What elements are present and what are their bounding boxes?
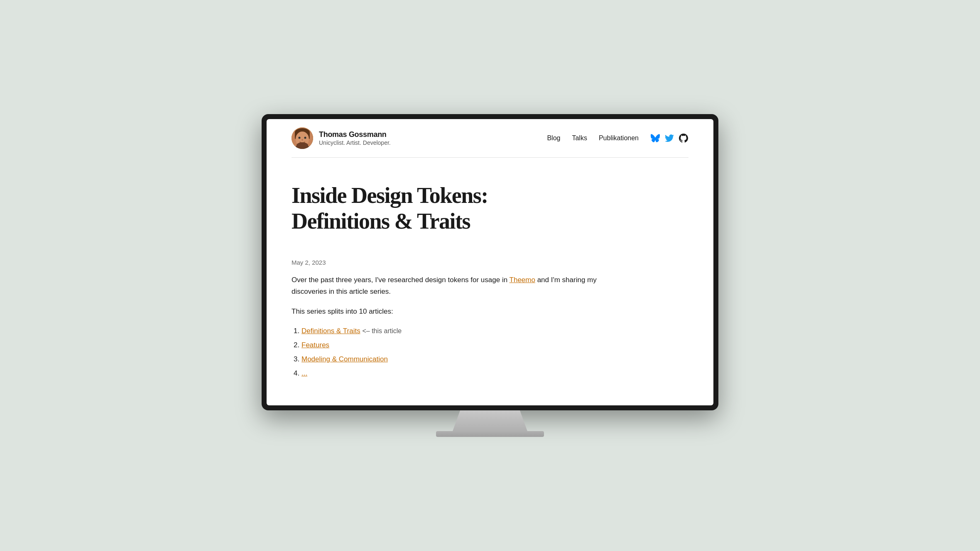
list-item: Definitions & Traits <– this article xyxy=(301,324,615,338)
series-link-1[interactable]: Definitions & Traits xyxy=(301,327,360,335)
svg-point-6 xyxy=(304,137,306,139)
nav-blog[interactable]: Blog xyxy=(547,134,560,142)
logo-text: Thomas Gossmann Unicyclist. Artist. Deve… xyxy=(319,130,391,146)
article-intro: Over the past three years, I've research… xyxy=(292,274,615,297)
monitor-wrapper: Thomas Gossmann Unicyclist. Artist. Deve… xyxy=(262,114,718,437)
article-series-list: Definitions & Traits <– this article Fea… xyxy=(292,324,615,380)
monitor-base xyxy=(436,431,544,437)
site-nav: Blog Talks Publikationen xyxy=(547,133,688,143)
article-date: May 2, 2023 xyxy=(292,259,615,266)
series-link-2[interactable]: Features xyxy=(301,341,329,349)
current-note: <– this article xyxy=(362,327,402,334)
nav-publikationen[interactable]: Publikationen xyxy=(599,134,639,142)
avatar xyxy=(292,127,313,149)
author-name: Thomas Gossmann xyxy=(319,130,391,139)
list-item: ... xyxy=(301,366,615,380)
svg-point-5 xyxy=(299,137,301,139)
svg-point-7 xyxy=(302,139,303,141)
avatar-face xyxy=(292,127,313,149)
article-title-line1: Inside Design Tokens: xyxy=(292,183,488,208)
series-intro: This series splits into 10 articles: xyxy=(292,306,615,317)
monitor-stand xyxy=(453,410,527,431)
list-item: Modeling & Communication xyxy=(301,352,615,366)
nav-talks[interactable]: Talks xyxy=(572,134,587,142)
article-title-line2: Definitions & Traits xyxy=(292,209,470,234)
twitter-icon[interactable] xyxy=(664,133,674,143)
main-content: Inside Design Tokens: Definitions & Trai… xyxy=(267,158,640,405)
svg-point-8 xyxy=(296,142,308,149)
series-link-4[interactable]: ... xyxy=(301,369,307,377)
series-link-3[interactable]: Modeling & Communication xyxy=(301,355,388,363)
article-title: Inside Design Tokens: Definitions & Trai… xyxy=(292,183,615,234)
svg-rect-9 xyxy=(296,146,309,149)
list-item: Features xyxy=(301,338,615,352)
nav-icons xyxy=(650,133,688,143)
monitor-screen: Thomas Gossmann Unicyclist. Artist. Deve… xyxy=(267,119,713,405)
theemo-link[interactable]: Theemo xyxy=(510,276,535,284)
monitor-frame: Thomas Gossmann Unicyclist. Artist. Deve… xyxy=(262,114,718,410)
site-header: Thomas Gossmann Unicyclist. Artist. Deve… xyxy=(267,119,713,157)
author-subtitle: Unicyclist. Artist. Developer. xyxy=(319,139,391,146)
github-icon[interactable] xyxy=(679,133,688,143)
intro-text-before: Over the past three years, I've research… xyxy=(292,276,510,284)
site-logo: Thomas Gossmann Unicyclist. Artist. Deve… xyxy=(292,127,391,149)
bluesky-icon[interactable] xyxy=(650,133,660,143)
